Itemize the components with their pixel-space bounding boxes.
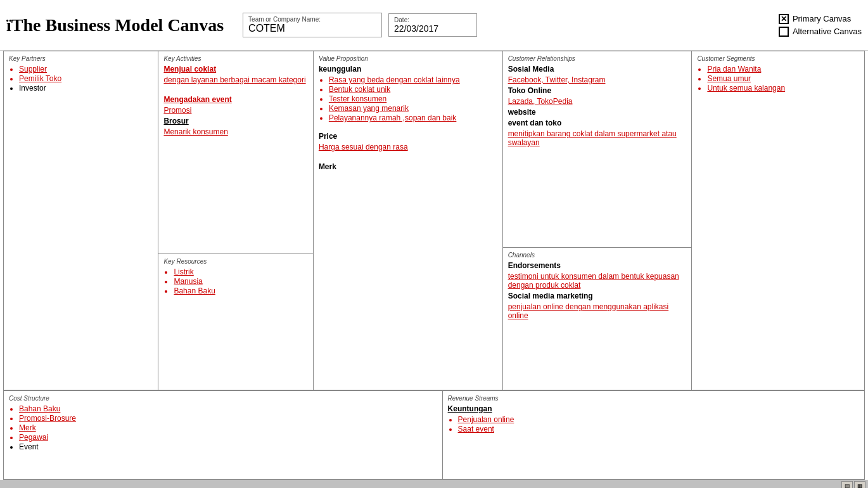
channels-endorsements: Endorsements <box>508 261 687 270</box>
list-item: Event <box>19 442 437 451</box>
key-activities-line5: Brosur <box>163 117 307 125</box>
key-resources-list: Listrik Manusia Bahan Baku <box>174 267 307 295</box>
canvas-options: ✕ Primary Canvas Alternative Canvas <box>779 14 862 37</box>
revenue-streams-cell: Revenue Streams Keuntungan Penjualan onl… <box>443 391 864 479</box>
key-activities-line6: Menarik konsumen <box>163 127 307 136</box>
vp-price-label: Price <box>319 132 497 141</box>
channels-header: Channels <box>508 252 687 259</box>
company-value: COTEM <box>248 23 376 34</box>
rs-header: Revenue Streams <box>448 395 859 402</box>
cs-header: Customer Segments <box>697 55 859 62</box>
vp-merk: Merk <box>319 162 497 171</box>
alternative-canvas-label: Alternative Canvas <box>793 27 862 36</box>
key-activities-line2: dengan layanan berbagai macam kategori <box>163 75 307 84</box>
key-resources-header: Key Resources <box>163 258 307 265</box>
list-item: Penjualan online <box>458 415 859 424</box>
cr-sosial-media: Sosial Media <box>508 65 687 74</box>
vp-keunggulan: keunggulan <box>319 65 497 74</box>
list-item: Bentuk coklat unik <box>329 85 497 94</box>
key-activities-line1: Menjual coklat <box>163 65 307 74</box>
list-item: Investor <box>19 84 153 93</box>
cost-structure-cell: Cost Structure Bahan Baku Promosi-Brosur… <box>4 391 443 479</box>
primary-canvas-checkbox[interactable]: ✕ <box>779 14 789 24</box>
bottom-icon-1[interactable]: ▤ <box>841 481 853 488</box>
primary-canvas-option[interactable]: ✕ Primary Canvas <box>779 14 862 24</box>
key-activities-header: Key Activities <box>163 55 307 62</box>
list-item: Kemasan yang menarik <box>329 104 497 113</box>
key-activities-cell: Key Activities Menjual coklat dengan lay… <box>158 51 312 254</box>
cr-event-dan-toko: event dan toko <box>508 119 687 127</box>
header-fields: Team or Company Name: COTEM Date: 22/03/… <box>243 13 779 37</box>
cr-lazada: Lazada, TokoPedia <box>508 97 687 106</box>
rs-list: Penjualan online Saat event <box>458 415 859 433</box>
cr-toko-online: Toko Online <box>508 86 687 95</box>
list-item: Semua umur <box>707 74 859 83</box>
company-field[interactable]: Team or Company Name: COTEM <box>243 13 382 37</box>
channels-social-media-marketing: Social media marketing <box>508 292 687 300</box>
list-item: Pegawai <box>19 433 437 442</box>
vp-list: Rasa yang beda dengan coklat lainnya Ben… <box>329 75 497 122</box>
list-item: Merk <box>19 423 437 432</box>
channels-cell: Channels Endorsements testimoni untuk ko… <box>503 248 692 390</box>
company-label: Team or Company Name: <box>248 16 376 23</box>
channels-social-media-text: penjualan online dengan menggunakan apli… <box>508 302 687 320</box>
key-partners-list: Supplier Pemilik Toko Investor <box>19 65 153 93</box>
key-resources-cell: Key Resources Listrik Manusia Bahan Baku <box>158 254 312 390</box>
list-item: Pelayanannya ramah ,sopan dan baik <box>329 113 497 122</box>
customer-relationships-cell: Customer Relationships Sosial Media Face… <box>503 51 692 248</box>
list-item: Tester konsumen <box>329 94 497 103</box>
list-item: Pemilik Toko <box>19 74 153 83</box>
date-field[interactable]: Date: 22/03/2017 <box>388 13 477 37</box>
cr-header: Customer Relationships <box>508 55 687 62</box>
channels-endorsements-text: testimoni untuk konsumen dalam bentuk ke… <box>508 272 687 290</box>
cr-facebook: Facebook, Twitter, Instagram <box>508 75 687 84</box>
cost-structure-header: Cost Structure <box>9 395 437 402</box>
page-title: ïThe Business Model Canvas <box>6 15 224 35</box>
date-label: Date: <box>394 16 471 23</box>
canvas-grid: Key Partners Supplier Pemilik Toko Inves… <box>3 51 865 480</box>
vp-price-text: Harga sesuai dengan rasa <box>319 143 497 151</box>
rs-keuntungan: Keuntungan <box>448 404 859 413</box>
list-item: Listrik <box>174 267 307 276</box>
bottom-bar-icons: ▤ ▦ <box>841 481 865 488</box>
bottom-icon-2[interactable]: ▦ <box>854 481 865 488</box>
key-activities-line4: Promosi <box>163 106 307 115</box>
primary-canvas-label: Primary Canvas <box>793 14 851 23</box>
alternative-canvas-checkbox[interactable] <box>779 27 789 37</box>
cr-website: website <box>508 108 687 117</box>
cs-list: Pria dan Wanita Semua umur Untuk semua k… <box>707 65 859 93</box>
key-partners-header: Key Partners <box>9 55 153 62</box>
canvas-bottom-row: Cost Structure Bahan Baku Promosi-Brosur… <box>4 390 864 479</box>
list-item: Promosi-Brosure <box>19 414 437 423</box>
header: ïThe Business Model Canvas Team or Compa… <box>0 0 868 51</box>
list-item: Rasa yang beda dengan coklat lainnya <box>329 75 497 84</box>
canvas-top-row: Key Partners Supplier Pemilik Toko Inves… <box>4 51 864 390</box>
date-value: 22/03/2017 <box>394 23 471 34</box>
list-item: Saat event <box>458 425 859 433</box>
cost-structure-list: Bahan Baku Promosi-Brosure Merk Pegawai … <box>19 404 437 451</box>
bottom-bar: ▤ ▦ <box>0 480 868 488</box>
cr-channels-group: Customer Relationships Sosial Media Face… <box>503 51 692 390</box>
value-proposition-header: Value Proposition <box>319 55 497 62</box>
alternative-canvas-option[interactable]: Alternative Canvas <box>779 27 862 37</box>
key-activities-group: Key Activities Menjual coklat dengan lay… <box>158 51 313 390</box>
cr-event-text: menitipkan barang coklat dalam supermark… <box>508 129 687 147</box>
key-activities-line3: Mengadakan event <box>163 95 307 104</box>
list-item: Bahan Baku <box>174 286 307 295</box>
list-item: Manusia <box>174 277 307 286</box>
list-item: Untuk semua kalangan <box>707 84 859 93</box>
list-item: Supplier <box>19 65 153 74</box>
value-proposition-cell: Value Proposition keunggulan Rasa yang b… <box>314 51 503 390</box>
list-item: Pria dan Wanita <box>707 65 859 74</box>
list-item: Bahan Baku <box>19 404 437 413</box>
customer-segments-cell: Customer Segments Pria dan Wanita Semua … <box>692 51 864 390</box>
key-partners-cell: Key Partners Supplier Pemilik Toko Inves… <box>4 51 158 390</box>
